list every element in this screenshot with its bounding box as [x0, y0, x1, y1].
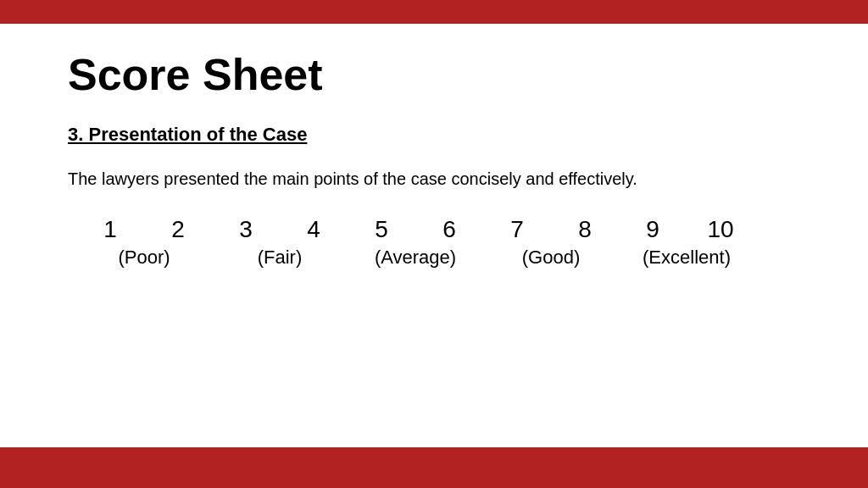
- label-excellent: (Excellent): [619, 247, 754, 269]
- numbers-row: 1 2 3 4 5 6 7 8 9 10: [76, 216, 800, 243]
- bottom-bar: [0, 447, 868, 488]
- number-5: 5: [348, 216, 415, 243]
- labels-row: (Poor) (Fair) (Average) (Good) (Excellen…: [76, 247, 800, 269]
- page-title: Score Sheet: [68, 49, 800, 100]
- number-6: 6: [415, 216, 483, 243]
- number-1: 1: [76, 216, 144, 243]
- number-10: 10: [687, 216, 754, 243]
- scale-container: 1 2 3 4 5 6 7 8 9 10 (Poor) (Fair) (Aver…: [68, 216, 800, 269]
- number-2: 2: [144, 216, 212, 243]
- label-fair: (Fair): [212, 247, 348, 269]
- main-content: Score Sheet 3. Presentation of the Case …: [0, 24, 868, 447]
- number-4: 4: [280, 216, 348, 243]
- label-good: (Good): [483, 247, 619, 269]
- description-text: The lawyers presented the main points of…: [68, 169, 800, 189]
- label-average: (Average): [348, 247, 483, 269]
- label-poor: (Poor): [76, 247, 212, 269]
- number-8: 8: [551, 216, 619, 243]
- number-7: 7: [483, 216, 551, 243]
- top-bar: [0, 0, 868, 24]
- section-heading: 3. Presentation of the Case: [68, 124, 800, 146]
- number-3: 3: [212, 216, 280, 243]
- number-9: 9: [619, 216, 687, 243]
